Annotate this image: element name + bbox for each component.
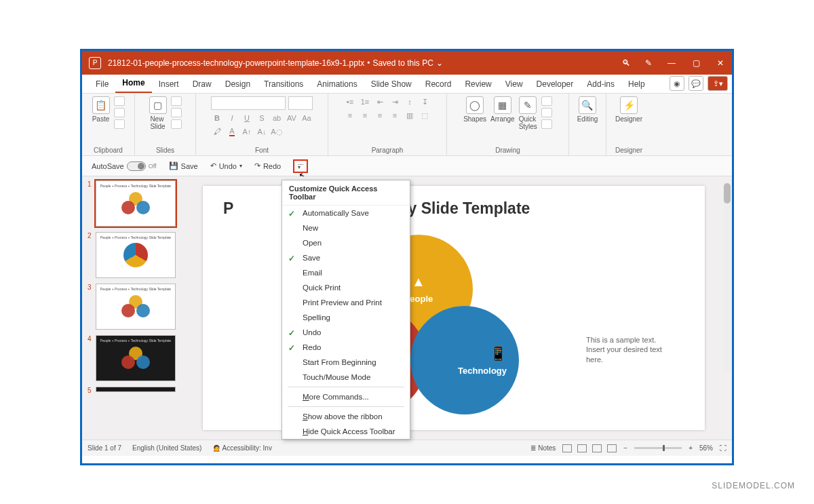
slide-canvas-area[interactable]: Pechnology Slide Template ▲ People 👥 Pro…	[184, 176, 732, 440]
menu-item-startbegin[interactable]: Start From Beginning	[282, 355, 410, 370]
align-center-button[interactable]: ≡	[359, 110, 371, 121]
quick-styles-button[interactable]: ✎Quick Styles	[519, 96, 537, 130]
bold-button[interactable]: B	[211, 113, 223, 123]
format-painter-icon[interactable]	[114, 119, 125, 129]
comments-button[interactable]: 💬	[689, 76, 703, 91]
tab-help[interactable]: Help	[621, 75, 652, 93]
tab-draw[interactable]: Draw	[186, 75, 218, 93]
technology-circle[interactable]: 📱 Technology	[410, 306, 519, 414]
menu-item-email[interactable]: Email	[282, 265, 410, 280]
menu-item-more-commands[interactable]: More Commands...	[282, 389, 410, 404]
font-size-input[interactable]	[288, 96, 313, 110]
accessibility-status[interactable]: 🙍 Accessibility: Inv	[212, 444, 272, 452]
share-button[interactable]: ⇪▾	[708, 76, 728, 91]
increase-font-button[interactable]: A↑	[241, 126, 253, 137]
highlight-button[interactable]: 🖍	[211, 126, 223, 137]
zoom-out-button[interactable]: −	[623, 444, 627, 452]
sorter-view-button[interactable]	[577, 444, 587, 452]
new-slide-button[interactable]: ▢ New Slide	[149, 96, 167, 130]
undo-button[interactable]: ↶Undo▾	[208, 160, 245, 172]
slide-thumbnail-1[interactable]: People + Process + Technology Slide Temp…	[96, 180, 176, 227]
shapes-button[interactable]: ◯Shapes	[463, 96, 486, 123]
chevron-down-icon[interactable]: ⌄	[436, 58, 443, 68]
tab-animations[interactable]: Animations	[310, 75, 364, 93]
columns-button[interactable]: ▥	[404, 110, 416, 121]
clear-format-button[interactable]: A◌	[271, 126, 283, 137]
fit-button[interactable]: ⛶	[720, 444, 726, 452]
align-left-button[interactable]: ≡	[344, 110, 356, 121]
menu-item-show-above[interactable]: Show above the ribbon	[282, 409, 410, 424]
menu-item-quickprint[interactable]: Quick Print	[282, 280, 410, 295]
slide-thumbnails-panel[interactable]: 1 People + Process + Technology Slide Te…	[82, 176, 184, 440]
shape-fill-icon[interactable]	[541, 96, 552, 106]
search-icon[interactable]: 🔍︎	[622, 58, 630, 68]
line-spacing-button[interactable]: ↕	[404, 96, 416, 107]
customize-qat-button[interactable]: —▾ ↖	[293, 159, 308, 173]
zoom-in-button[interactable]: +	[689, 444, 693, 452]
indent-inc-button[interactable]: ⇥	[389, 96, 401, 107]
cut-icon[interactable]	[114, 96, 125, 106]
menu-item-hide-qat[interactable]: Hide Quick Access Toolbar	[282, 424, 410, 439]
shape-effects-icon[interactable]	[541, 119, 552, 129]
shape-outline-icon[interactable]	[541, 108, 552, 117]
indent-dec-button[interactable]: ⇤	[374, 96, 386, 107]
tab-view[interactable]: View	[499, 75, 530, 93]
menu-item-new[interactable]: New	[282, 220, 410, 235]
reset-icon[interactable]	[171, 108, 182, 117]
layout-icon[interactable]	[171, 96, 182, 106]
redo-button[interactable]: ↷Redo	[252, 160, 284, 172]
tab-design[interactable]: Design	[218, 75, 257, 93]
justify-button[interactable]: ≡	[389, 110, 401, 121]
smartart-button[interactable]: ⬚	[419, 110, 431, 121]
shadow-button[interactable]: ab	[271, 113, 283, 123]
slide-counter[interactable]: Slide 1 of 7	[88, 444, 121, 452]
vertical-scrollbar[interactable]	[724, 183, 731, 373]
menu-item-autosave[interactable]: Automatically Save	[282, 206, 410, 220]
menu-item-touchmouse[interactable]: Touch/Mouse Mode	[282, 370, 410, 385]
copy-icon[interactable]	[114, 108, 125, 117]
underline-button[interactable]: U	[241, 113, 253, 123]
align-right-button[interactable]: ≡	[374, 110, 386, 121]
slide-thumbnail-3[interactable]: People + Process + Technology Slide Temp…	[96, 284, 176, 330]
paste-button[interactable]: 📋 Paste	[92, 96, 110, 123]
editing-button[interactable]: 🔍Editing	[577, 96, 598, 123]
strike-button[interactable]: S	[256, 113, 268, 123]
menu-item-save[interactable]: Save	[282, 250, 410, 265]
pen-icon[interactable]: ✎	[645, 58, 652, 68]
save-status[interactable]: Saved to this PC	[372, 58, 433, 68]
spacing-button[interactable]: AV	[286, 113, 298, 123]
case-button[interactable]: Aa	[301, 113, 313, 123]
close-button[interactable]: ✕	[716, 58, 725, 68]
text-direction-button[interactable]: ↧	[419, 96, 431, 107]
save-button[interactable]: 💾Save	[166, 160, 201, 172]
maximize-button[interactable]: ▢	[691, 58, 701, 68]
tab-file[interactable]: File	[89, 75, 115, 93]
record-button[interactable]: ◉	[670, 76, 684, 91]
tab-home[interactable]: Home	[115, 74, 151, 93]
menu-item-printpreview[interactable]: Print Preview and Print	[282, 295, 410, 310]
sample-text[interactable]: This is a sample text. Insert your desir…	[586, 335, 667, 364]
normal-view-button[interactable]	[562, 444, 572, 452]
slide-thumbnail-5[interactable]	[96, 387, 176, 392]
tab-developer[interactable]: Developer	[530, 75, 581, 93]
language-status[interactable]: English (United States)	[132, 444, 201, 452]
minimize-button[interactable]: —	[667, 58, 676, 68]
tab-slideshow[interactable]: Slide Show	[364, 75, 419, 93]
section-icon[interactable]	[171, 119, 182, 129]
reading-view-button[interactable]	[592, 444, 602, 452]
bullets-button[interactable]: •≡	[344, 96, 356, 107]
tab-insert[interactable]: Insert	[152, 75, 186, 93]
slide-thumbnail-2[interactable]: People + Process + Technology Slide Temp…	[96, 232, 176, 278]
slideshow-view-button[interactable]	[607, 444, 617, 452]
tab-addins[interactable]: Add-ins	[580, 75, 621, 93]
autosave-toggle[interactable]: AutoSave Off	[89, 160, 159, 172]
tab-transitions[interactable]: Transitions	[257, 75, 310, 93]
designer-button[interactable]: ⚡Designer	[615, 96, 642, 123]
font-color-button[interactable]: A	[226, 126, 238, 137]
notes-button[interactable]: ≣ Notes	[530, 444, 556, 452]
menu-item-spelling[interactable]: Spelling	[282, 310, 410, 325]
font-name-input[interactable]	[211, 96, 286, 110]
tab-review[interactable]: Review	[458, 75, 498, 93]
menu-item-open[interactable]: Open	[282, 235, 410, 250]
tab-record[interactable]: Record	[419, 75, 459, 93]
